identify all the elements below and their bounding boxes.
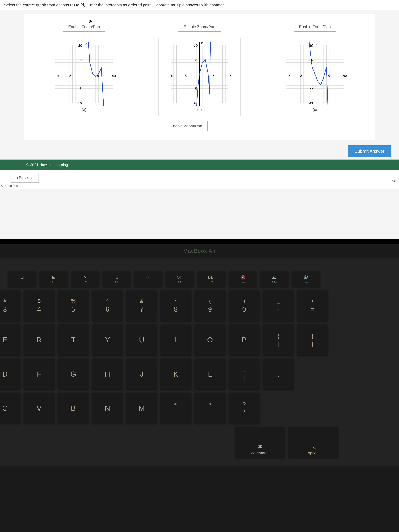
graph-b-label: (b)	[163, 108, 236, 112]
key-punct-0[interactable]: :;	[229, 359, 260, 390]
instruction-text: Select the correct graph from options (a…	[0, 0, 399, 10]
key-f12[interactable]: 🔊F12	[292, 271, 320, 287]
graph-c-label: (c)	[278, 108, 352, 112]
key-f6[interactable]: ☼F6	[102, 271, 131, 287]
key-punct-1[interactable]: "'	[263, 359, 294, 390]
submit-row: Submit Answer	[0, 146, 399, 157]
bottom-key-row: ⌘command⌥option	[8, 427, 391, 458]
graph-b-container: Enable Zoom/Pan -10-5510	[145, 22, 255, 116]
svg-text:-10: -10	[77, 101, 82, 105]
key-o[interactable]: O	[195, 324, 226, 355]
key-bracket-0[interactable]: {[	[263, 324, 294, 355]
svg-text:-5: -5	[78, 87, 82, 91]
svg-text:-5: -5	[68, 74, 71, 78]
key-f7[interactable]: ◃◃F7	[134, 271, 162, 287]
key-command[interactable]: ⌘command	[235, 427, 285, 458]
key-0[interactable]: )0	[229, 290, 260, 321]
graph-a-box[interactable]: -10-5510 -10-5510 xy (a)	[43, 38, 125, 116]
key-d[interactable]: D	[0, 359, 20, 390]
next-button[interactable]: Ne	[389, 173, 399, 189]
key-bracket-1[interactable]: }]	[297, 324, 328, 355]
key-punct2-2[interactable]: ?/	[229, 393, 260, 424]
key-9[interactable]: (9	[195, 290, 226, 321]
key-e[interactable]: E	[0, 324, 20, 355]
key-punct2-1[interactable]: >.	[195, 393, 226, 424]
key-punct2-0[interactable]: <,	[160, 393, 191, 424]
svg-text:5: 5	[80, 58, 82, 62]
key-n[interactable]: N	[92, 393, 123, 424]
key-y[interactable]: Y	[92, 324, 123, 355]
qwerty-row-1: ERTYUIOP{[}]	[8, 324, 391, 355]
graph-a-svg: -10-5510 -10-5510 xy	[47, 42, 121, 106]
graph-c-box[interactable]: -10-5510 -40-202040 xy (c)	[274, 38, 356, 116]
path-text: 07/modules	[0, 183, 39, 189]
zoom-button-c[interactable]: Enable Zoom/Pan	[294, 22, 336, 32]
svg-text:-10: -10	[169, 74, 174, 78]
key-r[interactable]: R	[24, 324, 55, 355]
graph-b-box[interactable]: -10-5510 -10-5510 xy (b)	[158, 38, 241, 116]
key-3[interactable]: #3	[0, 290, 20, 321]
graph-a-label: (a)	[47, 108, 121, 112]
key-=[interactable]: +=	[297, 290, 328, 321]
key-f5[interactable]: ☀F5	[71, 271, 99, 287]
key-p[interactable]: P	[229, 324, 260, 355]
key-f3[interactable]: ⊡F3	[8, 271, 36, 287]
svg-text:-5: -5	[299, 74, 302, 78]
key-f4[interactable]: ⊞F4	[39, 271, 68, 287]
qwerty-row-2: DFGHJKL:;"'	[8, 359, 391, 390]
graph-c-container: Enable Zoom/Pan -10-5510	[260, 22, 370, 116]
zoom-button-b[interactable]: Enable Zoom/Pan	[178, 22, 221, 32]
key-t[interactable]: T	[58, 324, 89, 355]
zoom-button-a[interactable]: Enable Zoom/Pan	[63, 22, 105, 32]
svg-text:-10: -10	[285, 74, 290, 78]
nav-row: ◂ Previous 07/modules Ne	[0, 170, 399, 189]
content-area: ➤ Enable Zoom/Pan	[24, 14, 375, 140]
svg-text:40: 40	[309, 44, 313, 48]
key-l[interactable]: L	[195, 359, 226, 390]
key-f8[interactable]: ▷IIF8	[166, 271, 194, 287]
key-f[interactable]: F	[24, 359, 55, 390]
key-u[interactable]: U	[126, 324, 157, 355]
key-g[interactable]: G	[58, 359, 89, 390]
graph-c-svg: -10-5510 -40-202040 xy	[278, 42, 352, 106]
previous-button[interactable]: ◂ Previous	[11, 173, 39, 183]
svg-text:y: y	[201, 42, 203, 44]
keyboard: ⊡F3⊞F4☀F5☼F6◃◃F7▷IIF8▷▷F9🔇F10🔉F11🔊F12 #3…	[0, 258, 399, 466]
key-4[interactable]: $4	[24, 290, 55, 321]
svg-text:10: 10	[78, 44, 82, 48]
key-c[interactable]: C	[0, 393, 20, 424]
key-b[interactable]: B	[58, 393, 89, 424]
svg-text:-10: -10	[192, 101, 197, 105]
svg-text:y: y	[316, 42, 318, 44]
svg-text:x: x	[229, 74, 232, 78]
cursor-icon: ➤	[89, 18, 93, 24]
key-8[interactable]: *8	[160, 290, 191, 321]
key-i[interactable]: I	[160, 324, 191, 355]
function-key-row: ⊡F3⊞F4☀F5☼F6◃◃F7▷IIF8▷▷F9🔇F10🔉F11🔊F12	[8, 271, 391, 287]
svg-text:5: 5	[328, 74, 330, 78]
key-m[interactable]: M	[126, 393, 157, 424]
svg-text:-40: -40	[308, 101, 313, 105]
submit-button[interactable]: Submit Answer	[348, 146, 391, 157]
svg-text:x: x	[345, 74, 347, 78]
key-h[interactable]: H	[92, 359, 123, 390]
key-7[interactable]: &7	[126, 290, 157, 321]
key-f9[interactable]: ▷▷F9	[197, 271, 226, 287]
svg-text:5: 5	[212, 74, 214, 78]
copyright-bar: © 2021 Hawkes Learning	[0, 159, 399, 170]
graph-b-svg: -10-5510 -10-5510 xy	[163, 42, 236, 106]
key-f11[interactable]: 🔉F11	[260, 271, 289, 287]
svg-text:5: 5	[97, 74, 99, 78]
svg-text:5: 5	[195, 58, 197, 62]
key-j[interactable]: J	[126, 359, 157, 390]
key-option[interactable]: ⌥option	[288, 427, 338, 458]
key-f10[interactable]: 🔇F10	[229, 271, 257, 287]
key-5[interactable]: %5	[58, 290, 89, 321]
key-6[interactable]: ^6	[92, 290, 123, 321]
key--[interactable]: _-	[263, 290, 294, 321]
key-k[interactable]: K	[160, 359, 191, 390]
svg-text:20: 20	[309, 58, 313, 62]
graphs-row: Enable Zoom/Pan -10-5510	[29, 22, 370, 116]
key-v[interactable]: V	[24, 393, 55, 424]
zoom-button-d[interactable]: Enable Zoom/Pan	[165, 121, 208, 131]
